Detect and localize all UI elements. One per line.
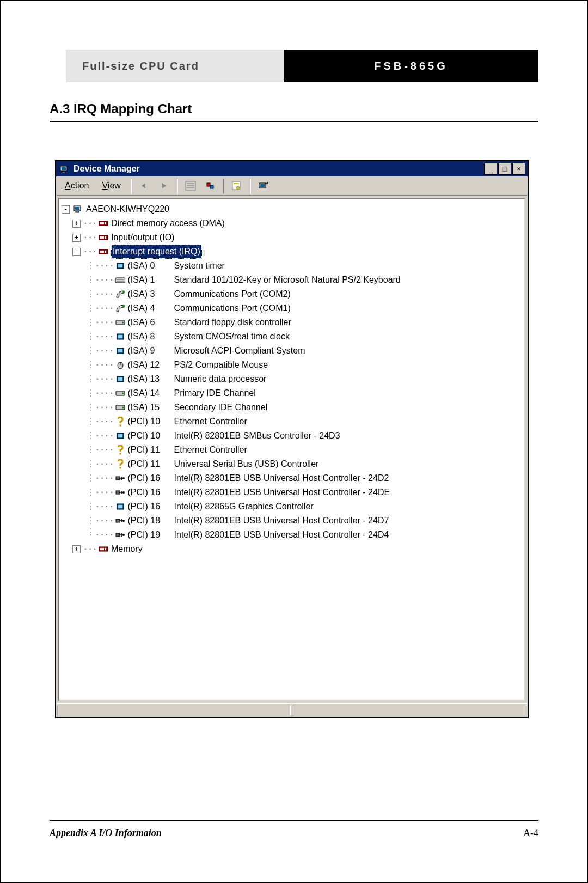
tree-irq-item[interactable]: ⋮····(PCI) 18Intel(R) 82801EB USB Univer… bbox=[62, 514, 522, 528]
minimize-button[interactable]: _ bbox=[484, 163, 497, 175]
irq-bus-label: (ISA) 12 bbox=[128, 359, 174, 371]
tree-irq-item[interactable]: ⋮····(ISA) 0System timer bbox=[62, 259, 522, 273]
usb-icon bbox=[115, 530, 126, 540]
svg-rect-10 bbox=[234, 183, 239, 184]
tree-irq-item[interactable]: ⋮····(ISA) 4Communications Port (COM1) bbox=[62, 301, 522, 315]
kbd-icon bbox=[115, 275, 126, 285]
device-manager-window: Device Manager _ □ × Action View bbox=[55, 160, 529, 718]
tree-irq-item[interactable]: ⋮····(ISA) 14Primary IDE Channel bbox=[62, 386, 522, 400]
forward-button[interactable] bbox=[155, 178, 173, 194]
tree-irq-item[interactable]: ⋮····(ISA) 8System CMOS/real time clock bbox=[62, 330, 522, 344]
close-button[interactable]: × bbox=[512, 163, 525, 175]
resource-icon bbox=[98, 233, 109, 242]
tree-irq-item[interactable]: ⋮····(PCI) 16Intel(R) 82801EB USB Univer… bbox=[62, 471, 522, 485]
usb-icon bbox=[115, 473, 126, 483]
irq-device-name: Ethernet Controller bbox=[174, 444, 247, 456]
chip-icon bbox=[115, 374, 126, 384]
irq-bus-label: (ISA) 13 bbox=[128, 373, 174, 385]
port-icon bbox=[115, 289, 126, 299]
svg-rect-30 bbox=[115, 278, 125, 283]
svg-rect-65 bbox=[100, 548, 102, 550]
svg-rect-59 bbox=[118, 505, 122, 508]
tree-connector: ⋮···· bbox=[87, 401, 114, 413]
scan-button[interactable] bbox=[255, 178, 272, 194]
menu-view[interactable]: View bbox=[96, 180, 126, 192]
back-button[interactable] bbox=[136, 178, 153, 194]
tree-irq-item[interactable]: ⋮····(PCI) 16Intel(R) 82801EB USB Univer… bbox=[62, 485, 522, 500]
status-cell bbox=[293, 705, 526, 716]
tree-irq-item[interactable]: ⋮····(ISA) 3Communications Port (COM2) bbox=[62, 287, 522, 301]
document-header: Full-size CPU Card FSB-865G bbox=[66, 50, 538, 82]
tree-connector: ⋮···· bbox=[87, 472, 114, 484]
chip-icon bbox=[115, 346, 126, 356]
tree-irq-item[interactable]: ⋮····(PCI) 10Intel(R) 82801EB SMBus Cont… bbox=[62, 429, 522, 443]
irq-bus-label: (PCI) 18 bbox=[128, 515, 174, 527]
tree-irq-item[interactable]: ⋮····(ISA) 15Secondary IDE Channel bbox=[62, 400, 522, 415]
resource-icon bbox=[98, 544, 109, 554]
irq-bus-label: (PCI) 16 bbox=[128, 501, 174, 513]
svg-rect-60 bbox=[116, 519, 120, 522]
chip-icon bbox=[115, 332, 126, 342]
view-tree-button[interactable] bbox=[182, 178, 199, 194]
tree-irq-item[interactable]: ⋮····(PCI) 11Ethernet Controller bbox=[62, 443, 522, 457]
tree-irq-item[interactable]: ⋮····(ISA) 1Standard 101/102-Key or Micr… bbox=[62, 273, 522, 287]
section-title: A.3 IRQ Mapping Chart bbox=[50, 101, 538, 117]
tree-root[interactable]: - AAEON-KIWHYQ220 bbox=[62, 202, 522, 216]
usb-icon bbox=[115, 516, 126, 526]
irq-bus-label: (ISA) 6 bbox=[128, 316, 174, 328]
section-divider bbox=[50, 121, 538, 122]
irq-bus-label: (PCI) 10 bbox=[128, 416, 174, 428]
tree-irq-item[interactable]: ⋮····(PCI) 19Intel(R) 82801EB USB Univer… bbox=[62, 528, 522, 542]
maximize-button[interactable]: □ bbox=[498, 163, 511, 175]
toolbar-separator bbox=[223, 178, 224, 193]
chip-icon bbox=[115, 261, 126, 271]
collapse-icon[interactable]: - bbox=[62, 205, 70, 214]
svg-rect-18 bbox=[102, 222, 104, 224]
tree-irq-item[interactable]: ⋮····(PCI) 11Universal Serial Bus (USB) … bbox=[62, 457, 522, 471]
irq-bus-label: (ISA) 15 bbox=[128, 401, 174, 413]
irq-device-name: Standard 101/102-Key or Microsoft Natura… bbox=[174, 274, 401, 286]
expand-icon[interactable]: + bbox=[72, 545, 81, 553]
tree-irq-item[interactable]: ⋮····(PCI) 16Intel(R) 82865G Graphics Co… bbox=[62, 500, 522, 514]
tree-branch-memory[interactable]: + ··· Memory bbox=[62, 542, 522, 556]
show-hidden-button[interactable] bbox=[201, 178, 219, 194]
header-model: FSB-865G bbox=[284, 50, 538, 82]
tree-connector: ⋮···· bbox=[87, 331, 114, 343]
irq-device-name: System CMOS/real time clock bbox=[174, 331, 290, 343]
properties-button[interactable] bbox=[228, 178, 246, 194]
unknown-icon bbox=[115, 417, 126, 427]
irq-device-name: System timer bbox=[174, 260, 225, 272]
expand-icon[interactable]: + bbox=[72, 234, 81, 242]
svg-point-61 bbox=[122, 520, 125, 522]
irq-bus-label: (ISA) 4 bbox=[128, 302, 174, 314]
tree-branch-io[interactable]: + ··· Input/output (IO) bbox=[62, 230, 522, 245]
menu-action[interactable]: Action bbox=[59, 180, 94, 192]
usb-icon bbox=[115, 488, 126, 497]
expand-icon[interactable]: + bbox=[72, 220, 81, 228]
svg-point-57 bbox=[122, 491, 125, 494]
svg-rect-40 bbox=[118, 349, 122, 352]
titlebar: Device Manager _ □ × bbox=[56, 161, 528, 176]
tree-irq-item[interactable]: ⋮····(ISA) 9Microsoft ACPI-Compliant Sys… bbox=[62, 344, 522, 358]
tree-irq-item[interactable]: ⋮····(PCI) 10Ethernet Controller bbox=[62, 415, 522, 429]
svg-rect-12 bbox=[260, 184, 265, 187]
tree-connector: ⋮···· bbox=[87, 387, 114, 399]
tree-connector: ⋮···· bbox=[87, 444, 114, 456]
svg-rect-67 bbox=[105, 548, 106, 550]
device-tree[interactable]: - AAEON-KIWHYQ220 + ··· Direct memory ac… bbox=[58, 198, 525, 701]
svg-rect-19 bbox=[105, 222, 106, 224]
collapse-icon[interactable]: - bbox=[72, 248, 81, 256]
irq-bus-label: (ISA) 1 bbox=[128, 274, 174, 286]
svg-rect-22 bbox=[102, 236, 104, 239]
tree-irq-item[interactable]: ⋮····(ISA) 13Numeric data processor bbox=[62, 372, 522, 386]
tree-irq-item[interactable]: ⋮····(ISA) 6Standard floppy disk control… bbox=[62, 315, 522, 330]
tree-irq-item[interactable]: ⋮····(ISA) 12PS/2 Compatible Mouse bbox=[62, 358, 522, 372]
svg-point-52 bbox=[119, 453, 121, 455]
svg-point-48 bbox=[122, 407, 124, 409]
tree-branch-irq[interactable]: - ··· Interrupt request (IRQ) bbox=[62, 245, 522, 259]
svg-point-46 bbox=[122, 393, 124, 394]
svg-rect-7 bbox=[207, 183, 210, 186]
tree-branch-dma[interactable]: + ··· Direct memory access (DMA) bbox=[62, 216, 522, 230]
tree-connector: ⋮···· bbox=[87, 359, 114, 371]
tree-connector: ⋮···· bbox=[87, 302, 114, 314]
